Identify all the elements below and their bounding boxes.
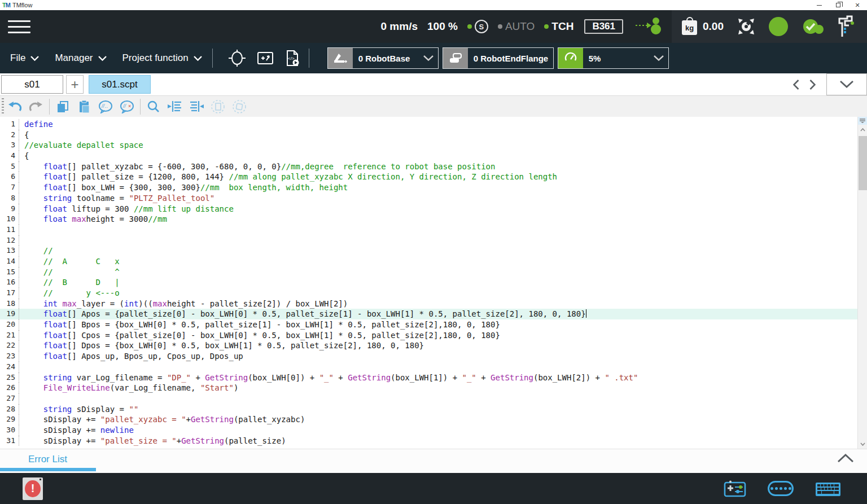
outdent-icon[interactable] bbox=[186, 97, 207, 116]
bottom-status-bar: ! bbox=[0, 473, 867, 504]
calibration-tool-icon[interactable] bbox=[737, 17, 755, 36]
error-list-tab[interactable]: Error List bbox=[28, 454, 67, 465]
restore-icon bbox=[836, 3, 840, 7]
copy-icon[interactable] bbox=[52, 97, 73, 116]
scroll-down-button[interactable] bbox=[858, 439, 867, 449]
undo-icon[interactable] bbox=[4, 97, 25, 116]
uncomment-icon[interactable]: //× bbox=[116, 97, 138, 116]
code-line[interactable]: 17 // y <---o bbox=[0, 288, 857, 299]
script-run-icon[interactable]: </> bbox=[285, 50, 300, 67]
line-number: 31 bbox=[0, 436, 19, 446]
code-line[interactable]: 3//evaluate depallet space bbox=[0, 140, 857, 151]
code-line[interactable]: 21 float[] Cpos = {pallet_size[0] - box_… bbox=[0, 330, 857, 341]
code-line[interactable]: 14 // A C x bbox=[0, 256, 857, 267]
speed-selector-dropdown[interactable]: 5% bbox=[558, 47, 669, 69]
paste-icon[interactable] bbox=[73, 97, 95, 116]
green-dot-icon bbox=[467, 24, 472, 29]
tool-selector-dropdown[interactable]: 0 RobotEndFlange bbox=[443, 47, 554, 69]
splitter-handle-icon[interactable] bbox=[858, 117, 867, 125]
code-line[interactable]: 25 string var_Log_filename = "DP_" + Get… bbox=[0, 372, 857, 383]
redo-icon[interactable] bbox=[25, 97, 47, 116]
scrollbar-thumb[interactable] bbox=[859, 136, 867, 190]
code-line[interactable]: 12 bbox=[0, 235, 857, 246]
code-line[interactable]: 10 float maxheight = 3000//mm bbox=[0, 214, 857, 225]
tab-script-active[interactable]: s01.scpt bbox=[89, 75, 151, 94]
code-line[interactable]: 7 float[] box_LWH = {300, 300, 300}//mm … bbox=[0, 182, 857, 193]
vertical-scrollbar[interactable] bbox=[857, 117, 867, 449]
code-line[interactable]: 29 sDisplay += "pallet_xyzabc = "+GetStr… bbox=[0, 414, 857, 425]
s-circle-icon: S bbox=[475, 20, 488, 33]
script-editor[interactable]: 1define2{3//evaluate depallet space4{5 f… bbox=[0, 117, 867, 449]
restore-button[interactable] bbox=[829, 0, 848, 10]
format-doc-icon[interactable] bbox=[207, 97, 229, 116]
minimize-button[interactable] bbox=[809, 0, 829, 10]
error-window-icon[interactable]: ! bbox=[23, 477, 43, 500]
panel-collapse-button[interactable] bbox=[838, 454, 853, 464]
code-line[interactable]: 6 float[] pallet_size = {1200, 800, 144}… bbox=[0, 172, 857, 182]
task-check-icon[interactable] bbox=[802, 17, 824, 36]
code-line[interactable]: 28 string sDisplay = "" bbox=[0, 404, 857, 415]
close-button[interactable]: ✕ bbox=[848, 0, 867, 10]
point-target-icon[interactable] bbox=[229, 50, 246, 67]
base-selector-dropdown[interactable]: 0 RobotBase bbox=[327, 47, 439, 69]
reload-icon[interactable] bbox=[229, 97, 250, 116]
code-text: //evaluate depallet space bbox=[19, 140, 143, 151]
indent-icon[interactable] bbox=[164, 97, 186, 116]
code-line[interactable]: 2{ bbox=[0, 130, 857, 141]
code-line[interactable]: 24 bbox=[0, 362, 857, 372]
chevron-down-icon bbox=[654, 55, 664, 61]
hamburger-menu-button[interactable] bbox=[8, 20, 30, 33]
search-icon[interactable] bbox=[143, 97, 164, 116]
code-line[interactable]: 27 bbox=[0, 393, 857, 404]
code-line[interactable]: 23 float[] Apos_up, Bpos_up, Cpos_up, Dp… bbox=[0, 351, 857, 362]
code-text: float[] pallet_size = {1200, 800, 144} /… bbox=[19, 172, 557, 182]
divider bbox=[309, 49, 309, 68]
code-line[interactable]: 8 string toolname = "PLTZ_Pallet_tool" bbox=[0, 193, 857, 204]
jog-panel-icon[interactable] bbox=[724, 480, 746, 497]
code-line[interactable]: 4{ bbox=[0, 151, 857, 161]
code-line[interactable]: 26 File_WriteLine(var_Log_filename, "Sta… bbox=[0, 383, 857, 393]
code-text: string sDisplay = "" bbox=[19, 404, 138, 415]
menu-file[interactable]: File bbox=[10, 52, 39, 64]
code-text: string toolname = "PLTZ_Pallet_tool" bbox=[19, 193, 214, 204]
safety-indicator: S bbox=[467, 20, 488, 33]
code-text: sDisplay += "pallet_size = "+GetString(p… bbox=[19, 436, 286, 446]
code-line[interactable]: 18 int max_layer = (int)((maxheight - pa… bbox=[0, 299, 857, 309]
more-dots-icon[interactable] bbox=[768, 481, 794, 496]
tab-scroll-right-button[interactable] bbox=[804, 80, 821, 90]
comment-icon[interactable]: //‥ bbox=[95, 97, 116, 116]
keyboard-icon[interactable] bbox=[815, 480, 841, 497]
tab-scroll-left-button[interactable] bbox=[788, 80, 804, 90]
end-flange-icon bbox=[443, 48, 468, 68]
topbar-icon-panel: kg 0.00 bbox=[672, 10, 867, 43]
code-line[interactable]: 16 // B D | bbox=[0, 277, 857, 288]
connect-user-icon[interactable] bbox=[634, 16, 664, 37]
payload-kg-icon[interactable]: kg bbox=[682, 20, 697, 35]
code-line[interactable]: 9 float liftup = 300 //mm lift up distan… bbox=[0, 204, 857, 214]
chevron-down-icon bbox=[423, 55, 434, 61]
tool-changer-icon[interactable] bbox=[838, 15, 855, 38]
code-line[interactable]: 19 float[] Apos = {pallet_size[0] - box_… bbox=[0, 309, 857, 319]
menu-project-function[interactable]: Project function bbox=[122, 52, 202, 64]
code-line[interactable]: 5 float[] pallet_xyzabc = {-600, 300, -6… bbox=[0, 161, 857, 172]
code-line[interactable]: 11 bbox=[0, 225, 857, 235]
add-tab-button[interactable]: + bbox=[66, 75, 84, 94]
code-line[interactable]: 22 float[] Dpos = {box_LWH[0] * 0.5, box… bbox=[0, 340, 857, 351]
menu-manager[interactable]: Manager bbox=[55, 52, 106, 64]
tab-list-dropdown-button[interactable] bbox=[826, 73, 867, 95]
code-line[interactable]: 15 // ^ bbox=[0, 267, 857, 278]
code-line[interactable]: 1define bbox=[0, 119, 857, 130]
scroll-up-button[interactable] bbox=[858, 125, 867, 134]
view-pane-icon[interactable] bbox=[257, 51, 274, 65]
code-text: float[] box_LWH = {300, 300, 300}//mm bo… bbox=[19, 182, 348, 193]
code-line[interactable]: 20 float[] Bpos = {box_LWH[0] * 0.5, pal… bbox=[0, 319, 857, 330]
tab-project[interactable]: s01 bbox=[1, 75, 63, 94]
code-line[interactable]: 30 sDisplay += newline bbox=[0, 425, 857, 436]
error-list-bar: Error List bbox=[0, 449, 867, 473]
status-green-circle[interactable] bbox=[769, 17, 788, 36]
line-number: 5 bbox=[0, 161, 19, 172]
code-text: define bbox=[19, 119, 53, 130]
code-line[interactable]: 31 sDisplay += "pallet_size = "+GetStrin… bbox=[0, 436, 857, 446]
code-line[interactable]: 13 // bbox=[0, 246, 857, 256]
line-number: 25 bbox=[0, 372, 19, 383]
